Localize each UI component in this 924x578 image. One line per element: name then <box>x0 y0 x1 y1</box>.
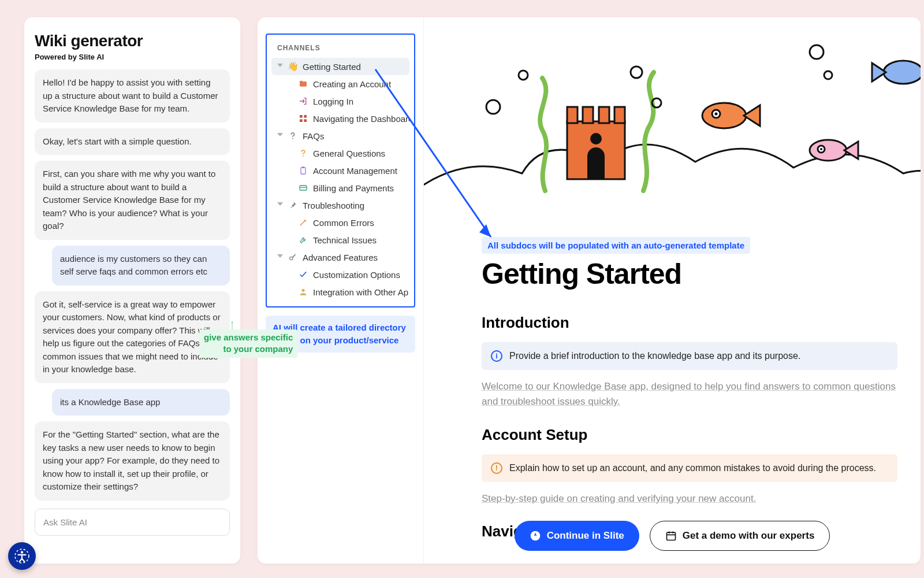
section-heading: Account Setup <box>482 426 897 444</box>
sidebar-item[interactable]: Navigating the Dashboard <box>271 110 409 127</box>
accessibility-widget[interactable] <box>8 542 36 570</box>
chat-message: Okay, let's start with a simple question… <box>35 128 230 155</box>
item-icon <box>298 287 308 297</box>
compass-icon <box>530 530 541 542</box>
item-label: General Questions <box>313 149 385 158</box>
chat-message: First, can you share with me why you wan… <box>35 161 230 240</box>
svg-point-24 <box>702 103 746 128</box>
chevron-down-icon <box>277 254 283 260</box>
sidebar-item[interactable]: Common Errors <box>271 214 409 231</box>
annotation-green: give answers specific to your company <box>199 329 297 358</box>
item-icon <box>298 235 308 245</box>
item-label: Creating an Account <box>313 79 391 89</box>
item-icon <box>298 183 308 193</box>
svg-rect-1 <box>304 115 307 118</box>
sidebar: CHANNELS 👋Getting StartedCreating an Acc… <box>258 17 424 564</box>
item-icon <box>298 217 308 228</box>
svg-point-20 <box>631 66 642 78</box>
channel-label: Advanced Features <box>303 253 378 262</box>
svg-point-19 <box>519 71 528 80</box>
doc-annotation: All subdocs will be populated with an au… <box>482 237 750 254</box>
item-label: Account Management <box>313 166 397 176</box>
channel-label: Troubleshooting <box>303 201 364 210</box>
section-heading: Introduction <box>482 314 897 332</box>
svg-rect-3 <box>304 119 307 122</box>
button-label: Continue in Slite <box>547 530 624 542</box>
svg-point-17 <box>590 133 602 144</box>
sidebar-item[interactable]: Creating an Account <box>271 75 409 92</box>
chevron-down-icon <box>277 202 283 208</box>
chat-message: Hello! I'd be happy to assist you with s… <box>35 69 230 123</box>
svg-point-18 <box>486 100 500 114</box>
chat-message-user: its a Knowledge Base app <box>52 389 230 416</box>
chat-input[interactable]: Ask Slite AI <box>35 509 230 536</box>
item-icon <box>298 165 308 176</box>
calendar-icon <box>665 530 677 542</box>
info-callout: i Provide a brief introduction to the kn… <box>482 342 897 370</box>
callout-text: Explain how to set up an account, and an… <box>509 463 876 473</box>
sidebar-item[interactable]: General Questions <box>271 144 409 162</box>
sidebar-item[interactable]: Integration with Other Ap… <box>271 283 409 301</box>
sidebar-channel[interactable]: Troubleshooting <box>271 197 409 214</box>
sidebar-item[interactable]: Logging In <box>271 92 409 110</box>
svg-point-11 <box>301 289 304 292</box>
svg-rect-13 <box>567 107 578 123</box>
callout-text: Provide a brief introduction to the know… <box>509 351 800 361</box>
chat-message: For the "Getting Started" section, what … <box>35 421 230 501</box>
channels-highlight-box: CHANNELS 👋Getting StartedCreating an Acc… <box>266 34 415 307</box>
sidebar-item[interactable]: Customization Options <box>271 266 409 283</box>
section-body[interactable]: Welcome to our Knowledge Base app, desig… <box>482 379 897 410</box>
svg-rect-7 <box>302 166 304 168</box>
svg-marker-41 <box>232 321 233 323</box>
item-label: Navigating the Dashboard <box>313 114 409 124</box>
document-pane: All subdocs will be populated with an au… <box>424 17 921 564</box>
button-label: Get a demo with our experts <box>683 530 815 542</box>
doc-title: Getting Started <box>482 257 897 291</box>
svg-marker-33 <box>872 63 886 81</box>
sidebar-channel[interactable]: 👋Getting Started <box>271 58 409 75</box>
svg-point-31 <box>820 148 822 150</box>
svg-point-5 <box>303 155 304 157</box>
svg-rect-15 <box>599 107 609 123</box>
chat-panel: Wiki generator Powered by Slite AI Hello… <box>24 17 240 564</box>
chevron-down-icon <box>277 64 283 69</box>
sidebar-item[interactable]: Technical Issues <box>271 231 409 249</box>
channel-icon <box>288 131 298 141</box>
section-body[interactable]: Step-by-step guide on creating and verif… <box>482 491 897 506</box>
item-label: Customization Options <box>313 270 400 280</box>
cta-bar: Continue in Slite Get a demo with our ex… <box>424 521 921 551</box>
item-icon <box>298 148 308 158</box>
svg-rect-0 <box>300 115 303 118</box>
chat-title: Wiki generator <box>35 32 230 50</box>
warn-callout: ! Explain how to set up an account, and … <box>482 454 897 482</box>
svg-point-27 <box>715 113 718 116</box>
svg-point-4 <box>292 138 293 139</box>
sidebar-item[interactable]: Billing and Payments <box>271 179 409 197</box>
item-label: Billing and Payments <box>313 183 394 193</box>
sidebar-channel[interactable]: Advanced Features <box>271 249 409 266</box>
channel-label: Getting Started <box>303 62 361 72</box>
item-label: Integration with Other Ap… <box>313 287 409 297</box>
channel-icon <box>288 200 298 210</box>
svg-marker-25 <box>744 105 760 126</box>
chevron-down-icon <box>277 133 283 139</box>
chat-subtitle: Powered by Slite AI <box>35 53 230 61</box>
svg-point-46 <box>21 551 23 553</box>
continue-button[interactable]: Continue in Slite <box>515 521 639 551</box>
svg-rect-6 <box>301 168 305 174</box>
sidebar-item[interactable]: Account Management <box>271 162 409 179</box>
item-label: Common Errors <box>313 218 374 228</box>
svg-point-32 <box>884 61 921 84</box>
svg-point-22 <box>810 45 824 59</box>
hero-illustration <box>424 17 921 214</box>
item-icon <box>298 96 308 106</box>
sidebar-channel[interactable]: FAQs <box>271 127 409 144</box>
chat-message-user: audience is my customers so they can sel… <box>52 246 230 286</box>
svg-rect-14 <box>583 107 593 123</box>
item-label: Technical Issues <box>313 235 377 245</box>
info-icon: i <box>491 350 502 362</box>
item-icon <box>298 79 308 89</box>
demo-button[interactable]: Get a demo with our experts <box>650 521 830 551</box>
svg-rect-16 <box>614 107 625 123</box>
channel-label: FAQs <box>303 131 325 141</box>
